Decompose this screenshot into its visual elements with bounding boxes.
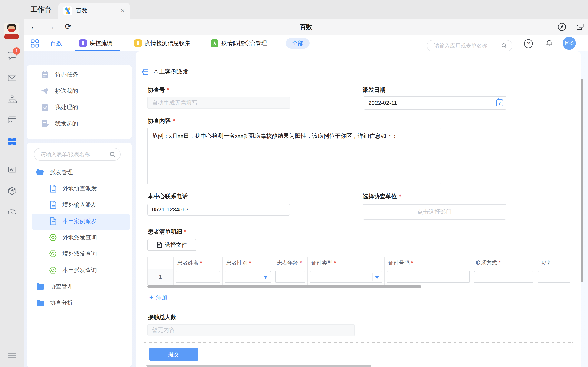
help-icon[interactable]: ? [524, 39, 533, 48]
mail-icon[interactable] [6, 72, 18, 83]
cell-id-type [308, 269, 385, 285]
jikong-app-icon [79, 39, 87, 47]
form-title: 本土案例派发 [153, 68, 189, 76]
patient-gender-select[interactable] [225, 271, 271, 283]
xiechahao-input[interactable] [147, 97, 290, 109]
th-patient-gender: 患者性别* [223, 257, 273, 269]
tab-jikong-liudiao[interactable]: 疾控流调 [79, 35, 112, 51]
tree-item-jingwai-shuru[interactable]: 境外输入派发 [49, 197, 97, 213]
dropdown-arrow-icon[interactable] [264, 276, 268, 279]
label-mingxi: 患者清单明细* [148, 228, 186, 236]
tree-item-waidi-paifa-query[interactable]: 外地派发查询 [49, 229, 97, 246]
menu-item-cc-to-me[interactable]: 抄送我的 [26, 83, 132, 99]
tab-yiqing-fangkong[interactable]: 疫情防控综合管理 [211, 35, 267, 51]
id-number-input[interactable] [387, 271, 470, 283]
form-footer-divider [144, 342, 573, 342]
add-row-button[interactable]: + 添加 [149, 294, 167, 301]
query-hexagon-icon [49, 266, 57, 275]
plus-icon: + [149, 294, 154, 301]
org-chart-icon[interactable] [6, 94, 18, 105]
active-tab-underline [75, 50, 120, 51]
close-tab-icon[interactable]: ✕ [121, 8, 125, 14]
occupation-input[interactable] [538, 271, 570, 283]
tree-item-bentu-anli-paifa[interactable]: 本土案例派发 [49, 213, 97, 229]
app-tab-baishu[interactable]: 百数 ✕ [58, 3, 130, 19]
xiechaneirong-textarea[interactable]: 范例：x月xx日，我中心检测一名xxx新冠病毒核酸结果为阳性，该病例位于你区，详… [147, 128, 441, 184]
page-title: 百数 [24, 19, 588, 35]
search-icon [501, 43, 507, 49]
left-rail: 1 [0, 0, 24, 367]
file-icon [157, 242, 162, 248]
document-icon [49, 184, 57, 193]
label-paifariqi: 派发日期 [363, 86, 385, 94]
user-avatar-badge[interactable]: 肖松 [563, 37, 576, 50]
tree-item-waidi-xiecha[interactable]: 外地协查派发 [49, 180, 97, 197]
patient-name-input[interactable] [176, 271, 220, 283]
tab-all[interactable]: 全部 [286, 38, 310, 49]
cell-id-number [385, 269, 472, 285]
all-apps-grid-icon[interactable] [30, 39, 40, 49]
open-in-window-icon[interactable] [575, 22, 584, 31]
tab-baishu-home[interactable]: 百数 [50, 35, 62, 51]
table-horizontal-scrollbar[interactable] [147, 285, 421, 288]
label-jiechu: 接触总人数 [148, 313, 176, 321]
jiance-app-icon [134, 39, 142, 47]
contact-total-input[interactable] [147, 324, 355, 336]
menu-item-initiated-by-me[interactable]: 我发起的 [26, 115, 132, 132]
notifications-bell-icon[interactable] [545, 39, 554, 49]
th-id-number: 证件号码* [385, 257, 472, 269]
hamburger-menu-icon[interactable] [6, 350, 18, 361]
refresh-button[interactable]: ⟳ [65, 19, 71, 35]
app-window: 工作台 百数 ✕ 1 [0, 0, 588, 367]
cell-patient-age [273, 269, 308, 285]
appbar-search-input[interactable] [434, 43, 501, 49]
menu-item-todo-tasks[interactable]: 待办任务 [26, 67, 132, 83]
form-horizontal-scrollbar[interactable] [146, 365, 371, 367]
user-avatar-photo[interactable] [4, 23, 19, 39]
label-xiechaneirong: 协查内容* [148, 117, 175, 125]
center-phone-input[interactable] [147, 204, 290, 216]
collapse-sidebar-icon[interactable] [142, 68, 148, 76]
contact-input[interactable] [474, 271, 534, 283]
chat-badge: 1 [13, 47, 20, 55]
label-xiechahao: 协查号* [148, 86, 169, 94]
tree-folder-xiecha-mgmt[interactable]: 协查管理 [36, 278, 73, 295]
tree-folder-dispatch-mgmt[interactable]: 派发管理 [36, 164, 73, 180]
tree-folder-xiecha-analysis[interactable]: 协查分析 [36, 295, 73, 311]
row-number-cell: 1 [148, 269, 173, 285]
cloud-call-icon[interactable] [6, 206, 18, 218]
window-titlebar: 工作台 百数 ✕ [0, 0, 588, 19]
compass-icon[interactable] [557, 22, 566, 31]
tab-yiqing-jiance[interactable]: 疫情检测信息收集 [134, 35, 190, 51]
id-type-select[interactable] [310, 271, 382, 283]
back-button[interactable]: ← [30, 19, 38, 35]
workbench-grid-icon[interactable] [6, 136, 18, 147]
patient-age-input[interactable] [275, 271, 305, 283]
word-app-icon[interactable] [6, 164, 18, 175]
appbar-search[interactable] [427, 40, 512, 51]
chat-icon[interactable]: 1 [6, 50, 18, 61]
form-main-card: 本土案例派发 协查号* 派发日期 2022-02-11 7 协查内容* 范例：x… [136, 51, 581, 367]
cell-patient-name [173, 269, 223, 285]
forward-button[interactable]: → [47, 19, 55, 35]
th-rownum [148, 257, 173, 269]
submit-button[interactable]: 提交 [149, 348, 198, 361]
search-icon [109, 151, 116, 158]
menu-item-handled-by-me[interactable]: 我处理的 [26, 99, 132, 115]
choose-file-button[interactable]: 选择文件 [147, 239, 196, 251]
calendar-picker-icon[interactable]: 7 [493, 100, 506, 106]
form-search-input[interactable] [41, 151, 109, 158]
dropdown-arrow-icon[interactable] [375, 276, 379, 279]
th-contact: 联系方式* [472, 257, 536, 269]
page-vertical-scrollbar[interactable] [581, 79, 583, 282]
cell-contact [472, 269, 536, 285]
query-hexagon-icon [49, 250, 57, 258]
form-search[interactable] [34, 148, 121, 161]
tree-item-bentu-paifa-query[interactable]: 本土派发查询 [49, 262, 97, 278]
tree-item-jingwai-paifa-query[interactable]: 境外派发查询 [49, 246, 97, 262]
calendar-icon[interactable] [6, 114, 18, 125]
dispatch-date-picker[interactable]: 2022-02-11 7 [364, 96, 506, 110]
app-tabbar: 百数 疾控流调 疫情检测信息收集 疫情防控综合管理 全部 ? [24, 35, 588, 51]
select-department-box[interactable]: 点击选择部门 [363, 204, 506, 220]
cube-app-icon[interactable] [6, 185, 18, 197]
